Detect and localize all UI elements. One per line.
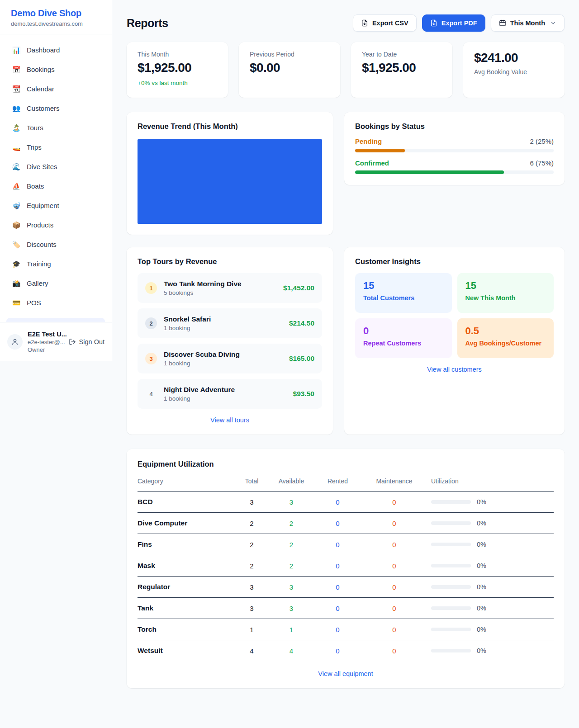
- view-all-tours-link[interactable]: View all tours: [138, 416, 322, 424]
- page-title: Reports: [127, 17, 168, 30]
- equipment-category: Fins: [138, 540, 233, 548]
- sign-out-button[interactable]: Sign Out: [69, 338, 104, 345]
- stat-value: $1,925.00: [362, 61, 441, 75]
- rank-badge: 4: [145, 388, 157, 400]
- file-download-icon: [361, 19, 368, 27]
- equipment-available: 2: [271, 541, 312, 548]
- insight-label: Avg Bookings/Customer: [465, 340, 546, 347]
- export-pdf-button[interactable]: Export PDF: [422, 14, 485, 32]
- equipment-rented: 0: [312, 583, 364, 591]
- status-progress-fill: [355, 170, 504, 174]
- sidebar-item[interactable]: 📊 Dashboard: [6, 41, 105, 58]
- utilization-track: [431, 500, 471, 504]
- page-header: Reports Export CSV Export PDF This Month: [127, 14, 565, 32]
- sidebar-item[interactable]: 📆 Calendar: [6, 80, 105, 97]
- equipment-available: 4: [271, 647, 312, 655]
- brand: Demo Dive Shop demo.test.divestreams.com: [0, 0, 112, 34]
- sidebar-item[interactable]: 🏷️ Discounts: [6, 236, 105, 253]
- sidebar-item-label: Boats: [27, 182, 44, 190]
- equipment-total: 2: [233, 541, 271, 548]
- tour-revenue: $93.50: [293, 390, 314, 398]
- tour-list-item: 4 Night Dive Adventure 1 booking $93.50: [138, 379, 322, 409]
- equipment-available: 2: [271, 520, 312, 527]
- utilization-track: [431, 649, 471, 652]
- sidebar-item-label: Products: [27, 221, 53, 229]
- utilization-percent: 0%: [477, 541, 486, 548]
- sidebar-item[interactable]: 🏝️ Tours: [6, 119, 105, 136]
- equipment-rented: 0: [312, 626, 364, 633]
- stat-card-previous-period: Previous Period $0.00: [239, 42, 340, 98]
- sidebar-item-active-partial[interactable]: [6, 318, 105, 322]
- user-icon: [11, 338, 19, 346]
- sidebar-item[interactable]: 📅 Bookings: [6, 61, 105, 78]
- status-progress-track: [355, 170, 554, 174]
- equipment-category: Dive Computer: [138, 519, 233, 527]
- insight-value: 0.5: [465, 325, 546, 337]
- sidebar-item[interactable]: 💳 POS: [6, 294, 105, 311]
- sidebar-item[interactable]: 📦 Products: [6, 216, 105, 233]
- sidebar-item-icon: 💳: [12, 299, 21, 306]
- sidebar-item[interactable]: 📸 Gallery: [6, 274, 105, 292]
- sidebar-item-label: Gallery: [27, 279, 48, 287]
- revenue-trend-chart: [138, 139, 322, 224]
- sidebar-item-label: Bookings: [27, 66, 55, 73]
- tour-list-item: 1 Two Tank Morning Dive 5 bookings $1,45…: [138, 273, 322, 303]
- sidebar-item-icon: 🎓: [12, 260, 21, 267]
- equipment-available: 2: [271, 562, 312, 570]
- sidebar-item-icon: 🏷️: [12, 241, 21, 248]
- sidebar-item-label: Trips: [27, 143, 42, 151]
- user-info: E2E Test U... e2e-tester@... Owner: [28, 331, 64, 353]
- calendar-icon: [499, 19, 506, 27]
- view-all-customers-link[interactable]: View all customers: [355, 366, 554, 373]
- equipment-table-header: Category Total Available Rented Maintena…: [138, 475, 554, 492]
- equipment-rented: 0: [312, 498, 364, 506]
- equipment-rented: 0: [312, 647, 364, 655]
- insight-value: 15: [465, 280, 546, 292]
- equipment-total: 2: [233, 520, 271, 527]
- utilization-track: [431, 628, 471, 631]
- utilization-percent: 0%: [477, 583, 486, 591]
- sidebar-item[interactable]: 👥 Customers: [6, 99, 105, 117]
- period-select[interactable]: This Month: [491, 14, 565, 32]
- sidebar-item[interactable]: 🎓 Training: [6, 255, 105, 272]
- utilization-track: [431, 564, 471, 567]
- equipment-rented: 0: [312, 605, 364, 612]
- tour-list-item: 3 Discover Scuba Diving 1 booking $165.0…: [138, 344, 322, 373]
- sidebar-item-label: Calendar: [27, 85, 54, 93]
- table-row: Mask 2 2 0 0 0%: [138, 555, 554, 577]
- sidebar-item[interactable]: 🌊 Dive Sites: [6, 158, 105, 175]
- view-all-equipment-link[interactable]: View all equipment: [138, 670, 554, 677]
- status-progress-fill: [355, 149, 405, 152]
- sidebar-item[interactable]: ⛵ Boats: [6, 177, 105, 194]
- sidebar-item-label: Equipment: [27, 202, 59, 209]
- status-count: 6 (75%): [530, 159, 554, 167]
- logout-icon: [69, 338, 76, 345]
- user-email: e2e-tester@...: [28, 339, 64, 345]
- equipment-maintenance: 0: [364, 583, 425, 591]
- status-row: Confirmed 6 (75%): [355, 159, 554, 174]
- table-row: BCD 3 3 0 0 0%: [138, 492, 554, 513]
- column-header-available: Available: [271, 477, 312, 485]
- equipment-maintenance: 0: [364, 520, 425, 527]
- sidebar-item-icon: 🏝️: [12, 124, 21, 131]
- equipment-total: 2: [233, 562, 271, 570]
- export-csv-button[interactable]: Export CSV: [353, 14, 417, 32]
- equipment-available: 3: [271, 498, 312, 506]
- sidebar-item-label: POS: [27, 299, 41, 307]
- sidebar-item[interactable]: 🚤 Trips: [6, 138, 105, 156]
- stat-label: Previous Period: [250, 51, 329, 58]
- tour-bookings: 5 bookings: [164, 289, 276, 296]
- tour-list: 1 Two Tank Morning Dive 5 bookings $1,45…: [138, 273, 322, 409]
- tour-revenue: $1,452.00: [283, 284, 314, 292]
- equipment-category: Wetsuit: [138, 647, 233, 655]
- column-header-maintenance: Maintenance: [364, 477, 425, 485]
- insight-tile: 15 Total Customers: [355, 273, 452, 313]
- sidebar-item-icon: 📦: [12, 222, 21, 228]
- stat-card-avg-booking-value: $241.00 Avg Booking Value: [463, 42, 565, 98]
- top-tours-title: Top Tours by Revenue: [138, 257, 322, 266]
- equipment-rented: 0: [312, 520, 364, 527]
- sidebar-item-label: Dashboard: [27, 46, 60, 54]
- sidebar-item[interactable]: 🤿 Equipment: [6, 197, 105, 214]
- equipment-maintenance: 0: [364, 626, 425, 633]
- insights-row: Top Tours by Revenue 1 Two Tank Morning …: [127, 247, 565, 435]
